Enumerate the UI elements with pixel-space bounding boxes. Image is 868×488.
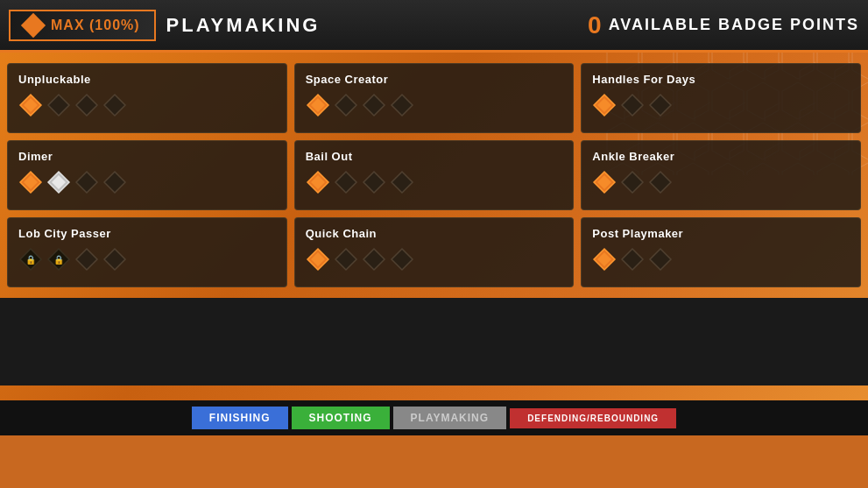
svg-marker-22 xyxy=(104,172,125,193)
svg-marker-38 xyxy=(335,249,356,270)
badge-diamond-gray xyxy=(362,170,386,194)
badge-diamond-orange xyxy=(306,170,330,194)
badge-diamond-gray xyxy=(74,93,99,117)
badge-card[interactable]: Bail Out xyxy=(294,140,575,210)
badge-grid: Unpluckable Space Creator Handles xyxy=(7,63,861,287)
svg-marker-16 xyxy=(650,95,671,116)
badge-card[interactable]: Unpluckable xyxy=(7,63,287,133)
svg-marker-21 xyxy=(76,172,97,193)
badge-diamond-gray xyxy=(620,93,645,117)
header-bar: MAX (100%) PLAYMAKING 0 AVAILABLE BADGE … xyxy=(0,0,868,53)
badge-name: Bail Out xyxy=(306,150,563,163)
badge-icons-row: 🔒 🔒 xyxy=(18,247,276,272)
svg-marker-30 xyxy=(622,172,643,193)
svg-marker-43 xyxy=(622,249,643,270)
badge-diamond-gray xyxy=(74,247,99,272)
svg-marker-27 xyxy=(392,172,413,193)
badge-diamond-gray xyxy=(390,247,414,272)
badge-icons-row xyxy=(592,170,850,194)
badge-card[interactable]: Ankle Breaker xyxy=(581,140,861,210)
badge-diamond-gray xyxy=(620,170,645,194)
badge-count: 0 xyxy=(588,11,602,39)
badge-diamond-gray xyxy=(620,247,645,272)
badge-icons-row xyxy=(18,170,276,194)
badge-diamond-orange xyxy=(306,247,330,272)
badge-diamond-gray xyxy=(390,93,414,117)
badge-diamond-gray xyxy=(102,93,127,117)
svg-marker-15 xyxy=(622,95,643,116)
nav-tab-defending[interactable]: DEFENDING/REBOUNDING xyxy=(510,408,676,428)
header-diamond-icon xyxy=(21,12,46,37)
badge-diamond-gray xyxy=(102,170,127,194)
svg-marker-40 xyxy=(392,249,413,270)
nav-tab-playmaking[interactable]: PLAYMAKING xyxy=(393,407,507,429)
badge-icons-row xyxy=(18,93,276,117)
badge-card[interactable]: Space Creator xyxy=(294,63,575,133)
badge-points-area: 0 AVAILABLE BADGE POINTS xyxy=(588,11,859,39)
nav-tab-shooting[interactable]: SHOOTING xyxy=(292,407,390,429)
badge-diamond-gray xyxy=(334,170,358,194)
badge-icons-row xyxy=(306,93,563,117)
badge-card[interactable]: Dimer xyxy=(7,140,287,210)
badge-diamond-gray xyxy=(46,93,71,117)
badge-diamond-gray xyxy=(74,170,99,194)
badge-diamond-gray xyxy=(648,93,673,117)
badge-card[interactable]: Handles For Days xyxy=(581,63,861,133)
badge-diamond-orange xyxy=(18,170,43,194)
badge-name: Dimer xyxy=(18,150,276,163)
badge-icons-row xyxy=(306,170,563,194)
svg-marker-34 xyxy=(76,249,97,270)
main-wrapper: MAX (100%) PLAYMAKING 0 AVAILABLE BADGE … xyxy=(0,0,868,435)
badge-diamond-orange xyxy=(592,170,617,194)
badge-name: Lob City Passer xyxy=(18,227,276,240)
svg-marker-11 xyxy=(363,95,385,116)
badge-diamond-gray xyxy=(362,93,386,117)
badge-name: Quick Chain xyxy=(306,227,563,240)
badge-diamond-gray xyxy=(648,170,673,194)
max-badge: MAX (100%) xyxy=(9,10,156,41)
badge-card[interactable]: Quick Chain xyxy=(294,217,575,287)
badge-icons-row xyxy=(592,247,850,272)
svg-marker-35 xyxy=(104,249,125,270)
svg-marker-5 xyxy=(48,95,69,116)
svg-marker-12 xyxy=(392,95,413,116)
nav-tab-finishing[interactable]: FINISHING xyxy=(192,407,288,429)
svg-marker-7 xyxy=(104,95,125,116)
max-label: MAX (100%) xyxy=(51,18,140,33)
badge-diamond-gray xyxy=(102,247,127,272)
badge-diamond-gray xyxy=(334,247,358,272)
badge-card[interactable]: Post Playmaker xyxy=(581,217,861,287)
svg-marker-25 xyxy=(335,172,356,193)
bottom-dark-area xyxy=(0,298,868,385)
svg-marker-31 xyxy=(650,172,671,193)
bottom-navigation: FINISHINGSHOOTINGPLAYMAKINGDEFENDING/REB… xyxy=(0,400,868,435)
badge-diamond-orange xyxy=(592,93,617,117)
svg-marker-39 xyxy=(363,249,385,270)
svg-marker-26 xyxy=(363,172,385,193)
badge-name: Unpluckable xyxy=(18,73,276,86)
svg-marker-44 xyxy=(650,249,671,270)
badge-diamond-gray xyxy=(648,247,673,272)
badge-diamond-gray xyxy=(390,170,414,194)
badge-diamond-locked: 🔒 xyxy=(18,247,43,272)
badge-name: Handles For Days xyxy=(592,73,850,86)
badge-name: Space Creator xyxy=(306,73,563,86)
badge-icons-row xyxy=(592,93,850,117)
badge-points-label: AVAILABLE BADGE POINTS xyxy=(609,16,859,34)
badge-card[interactable]: Lob City Passer 🔒 🔒 xyxy=(7,217,287,287)
svg-marker-6 xyxy=(76,95,97,116)
badge-diamond-gray xyxy=(334,93,358,117)
badge-diamond-orange xyxy=(592,247,617,272)
badge-icons-row xyxy=(306,247,563,272)
badge-diamond-silver xyxy=(46,170,71,194)
badge-diamond-orange xyxy=(306,93,330,117)
badge-diamond-locked: 🔒 xyxy=(46,247,71,272)
category-title: PLAYMAKING xyxy=(166,14,321,37)
badge-diamond-orange xyxy=(18,93,43,117)
badge-name: Ankle Breaker xyxy=(592,150,850,163)
badge-diamond-gray xyxy=(362,247,386,272)
svg-marker-10 xyxy=(335,95,356,116)
badge-name: Post Playmaker xyxy=(592,227,850,240)
